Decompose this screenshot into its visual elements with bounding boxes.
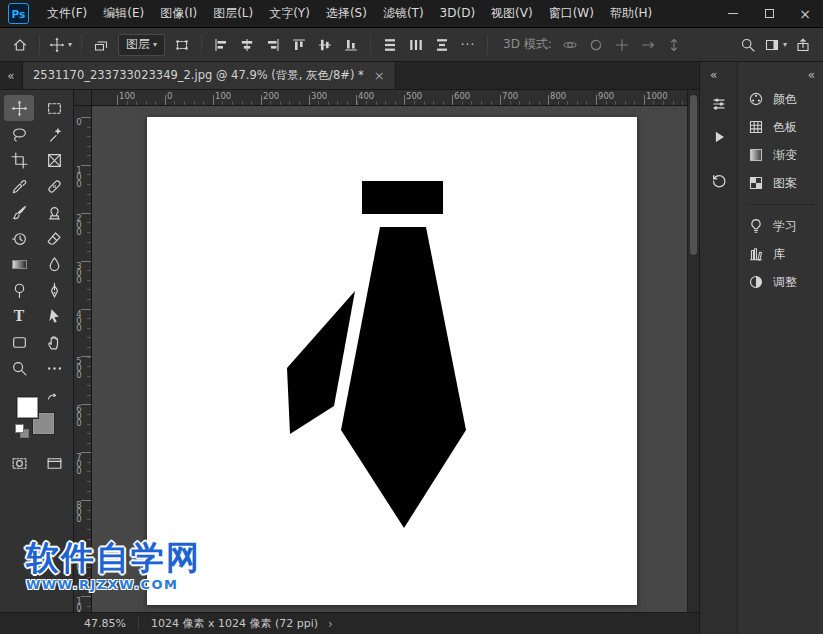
ruler-label: 300 — [76, 263, 82, 284]
menu-window[interactable]: 窗口(W) — [541, 0, 602, 27]
status-expand-chevron[interactable]: › — [328, 617, 333, 631]
3d-pan-icon — [614, 37, 630, 53]
dodge-tool[interactable] — [4, 277, 34, 303]
quick-selection-tool[interactable] — [39, 121, 69, 147]
rectangular-marquee-tool[interactable] — [39, 95, 69, 121]
move-tool[interactable] — [4, 95, 34, 121]
menu-file[interactable]: 文件(F) — [39, 0, 95, 27]
align-left-edges-button[interactable] — [209, 32, 233, 58]
show-transform-controls-button[interactable] — [170, 32, 194, 58]
share-button[interactable] — [791, 32, 815, 58]
zoom-tool[interactable] — [4, 355, 34, 381]
vertical-scrollbar[interactable] — [687, 90, 699, 612]
auto-select-target-dropdown[interactable]: 图层 ▾ — [118, 34, 165, 56]
3d-pan-button[interactable] — [610, 32, 634, 58]
panel-item-libraries[interactable]: 库 — [748, 240, 823, 268]
lasso-tool[interactable] — [4, 121, 34, 147]
maximize-button[interactable] — [751, 0, 787, 27]
minimize-icon — [728, 13, 738, 14]
align-vertical-centers-button[interactable] — [313, 32, 337, 58]
photoshop-window: Ps 文件(F) 编辑(E) 图像(I) 图层(L) 文字(Y) 选择(S) 滤… — [0, 0, 823, 634]
menu-3d[interactable]: 3D(D) — [432, 0, 483, 27]
collapse-panel-chevron[interactable]: « — [748, 65, 823, 85]
3d-zoom-button[interactable] — [662, 32, 686, 58]
horizontal-type-tool[interactable]: T — [4, 303, 34, 329]
edit-toolbar-button[interactable] — [39, 355, 69, 381]
align-bottom-edges-button[interactable] — [339, 32, 363, 58]
align-horizontal-centers-button[interactable] — [235, 32, 259, 58]
3d-roll-button[interactable] — [584, 32, 608, 58]
ruler-label: 600 — [454, 91, 470, 101]
panel-item-patterns[interactable]: 图案 — [748, 169, 823, 197]
panel-item-gradients[interactable]: 渐变 — [748, 141, 823, 169]
panel-item-swatches[interactable]: 色板 — [748, 113, 823, 141]
brush-tool[interactable] — [4, 199, 34, 225]
collapse-left-dock-chevron[interactable]: « — [0, 62, 22, 89]
distribute-vertical-button[interactable] — [378, 32, 402, 58]
home-button[interactable] — [8, 32, 32, 58]
gradient-tool[interactable] — [4, 251, 34, 277]
panel-item-adjustments[interactable]: 调整 — [748, 268, 823, 296]
align-right-edges-button[interactable] — [261, 32, 285, 58]
quick-mask-mode-button[interactable] — [4, 451, 34, 475]
auto-select-button[interactable] — [89, 32, 113, 58]
properties-panel-button[interactable] — [704, 90, 734, 118]
blur-tool[interactable] — [39, 251, 69, 277]
distribute-horizontal-button[interactable] — [404, 32, 428, 58]
pen-tool[interactable] — [39, 277, 69, 303]
tab-close-icon[interactable]: × — [374, 68, 385, 83]
ruler-label: 300 — [311, 91, 327, 101]
tie-body-shape — [341, 227, 466, 528]
menu-help[interactable]: 帮助(H) — [602, 0, 660, 27]
photoshop-app-icon[interactable]: Ps — [8, 3, 29, 24]
ruler-label: 0 — [167, 91, 172, 101]
canvas-workspace[interactable] — [92, 106, 687, 612]
clone-stamp-tool[interactable] — [39, 199, 69, 225]
history-panel-button[interactable] — [704, 167, 734, 195]
eyedropper-tool[interactable] — [4, 173, 34, 199]
menu-layer[interactable]: 图层(L) — [205, 0, 261, 27]
menu-filter[interactable]: 滤镜(T) — [375, 0, 432, 27]
menu-image[interactable]: 图像(I) — [152, 0, 205, 27]
frame-tool-icon — [46, 152, 63, 169]
document-canvas[interactable] — [147, 117, 637, 605]
rectangle-tool[interactable] — [4, 329, 34, 355]
collapse-strip-chevron[interactable]: « — [700, 65, 717, 85]
history-brush-tool[interactable] — [4, 225, 34, 251]
horizontal-ruler[interactable]: 100 0 100 200 300 400 500 600 700 800 90… — [92, 90, 687, 106]
3d-slide-button[interactable] — [636, 32, 660, 58]
close-button[interactable]: × — [787, 0, 823, 27]
foreground-color-swatch[interactable] — [17, 397, 38, 418]
distribute-centers-button[interactable] — [430, 32, 454, 58]
swap-colors-button[interactable] — [46, 391, 58, 403]
more-align-options-button[interactable]: ··· — [456, 32, 480, 58]
panel-item-learn[interactable]: 学习 — [748, 212, 823, 240]
tool-preset-button[interactable]: ▾ — [47, 32, 74, 58]
minimize-button[interactable] — [715, 0, 751, 27]
ruler-corner[interactable] — [74, 90, 92, 106]
spot-healing-brush-tool[interactable] — [39, 173, 69, 199]
frame-tool[interactable] — [39, 147, 69, 173]
ruler-label: 100 — [119, 91, 135, 101]
menu-select[interactable]: 选择(S) — [318, 0, 375, 27]
align-top-edges-button[interactable] — [287, 32, 311, 58]
default-colors-mini-fg-icon[interactable] — [15, 424, 24, 433]
eraser-tool[interactable] — [39, 225, 69, 251]
vertical-ruler[interactable]: 0 100 200 300 400 500 600 700 800 900 10… — [74, 106, 92, 612]
crop-tool[interactable] — [4, 147, 34, 173]
menu-view[interactable]: 视图(V) — [483, 0, 541, 27]
hand-tool[interactable] — [39, 329, 69, 355]
menu-type[interactable]: 文字(Y) — [261, 0, 318, 27]
panel-item-color[interactable]: 颜色 — [748, 85, 823, 113]
3d-orbit-button[interactable] — [558, 32, 582, 58]
screen-mode-button[interactable] — [39, 451, 69, 475]
workspace-switcher-button[interactable]: ▾ — [762, 32, 789, 58]
search-button[interactable] — [736, 32, 760, 58]
document-tab[interactable]: 2531170_233733023349_2.jpg @ 47.9% (背景, … — [22, 62, 396, 89]
actions-panel-button[interactable] — [704, 123, 734, 151]
zoom-level-field[interactable]: 47.85% — [84, 617, 139, 630]
path-selection-tool[interactable] — [39, 303, 69, 329]
menu-edit[interactable]: 编辑(E) — [95, 0, 152, 27]
scrollbar-thumb[interactable] — [690, 95, 697, 255]
panel-icon-strip: « — [700, 62, 738, 634]
